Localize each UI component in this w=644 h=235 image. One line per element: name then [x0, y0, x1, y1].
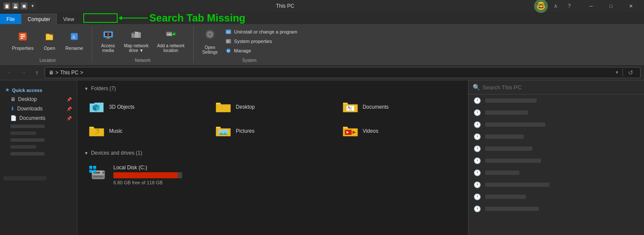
folders-chevron[interactable]: ▼	[84, 86, 88, 91]
tab-file[interactable]: File	[0, 14, 21, 24]
address-folder-icon: 🖥	[49, 70, 54, 76]
close-btn[interactable]: ✕	[621, 0, 641, 12]
history-item-5[interactable]: 🕐	[468, 143, 644, 155]
uninstall-btn[interactable]: PC Uninstall or change a program	[223, 27, 300, 36]
svg-rect-31	[349, 110, 352, 110]
access-media-btn[interactable]: Accessmedia	[97, 27, 119, 55]
history-item-3[interactable]: 🕐	[468, 119, 644, 131]
history-text-4	[485, 134, 524, 139]
location-buttons: Properties Open A Rename	[9, 26, 87, 56]
drive-bar-bg	[113, 172, 182, 178]
folder-music[interactable]: Music	[84, 121, 207, 141]
sidebar-quick-access: ★ Quick access	[0, 84, 77, 95]
folder-desktop[interactable]: Desktop	[211, 97, 334, 117]
music-folder-name: Music	[109, 128, 122, 134]
address-dropdown-btn[interactable]: ▼	[615, 70, 619, 75]
tab-computer[interactable]: Computer	[21, 14, 57, 24]
uninstall-icon: PC	[225, 29, 231, 35]
history-item-6[interactable]: 🕐	[468, 155, 644, 167]
search-tab-missing-box[interactable]	[83, 13, 118, 23]
minimize-btn[interactable]: ─	[581, 0, 601, 12]
history-item-4[interactable]: 🕐	[468, 131, 644, 143]
svg-rect-45	[93, 176, 103, 177]
sidebar-item-desktop[interactable]: 🖥 Desktop 📌	[0, 95, 77, 104]
history-item-8[interactable]: 🕐	[468, 179, 644, 191]
access-media-icon	[103, 29, 114, 42]
map-network-btn[interactable]: Map networkdrive ▼	[121, 27, 152, 55]
open-btn[interactable]: Open	[39, 30, 60, 52]
add-network-icon: HDD+	[165, 29, 176, 42]
chevron-up-btn[interactable]: ∧	[550, 0, 562, 12]
history-item-7[interactable]: 🕐	[468, 167, 644, 179]
folder-3d-objects[interactable]: 3D Objects	[84, 97, 207, 117]
forward-btn[interactable]: →	[17, 67, 29, 79]
sidebar-blurred-bottom[interactable]	[0, 174, 77, 182]
system-props-label: System properties	[234, 39, 272, 44]
sidebar-blurred-4[interactable]	[0, 143, 77, 150]
svg-text:☰: ☰	[227, 40, 229, 43]
folder-pictures[interactable]: Pictures	[211, 121, 334, 141]
address-bar[interactable]: 🖥 > This PC > ▼ ↺	[45, 67, 641, 78]
history-text-3	[485, 122, 545, 127]
blurred-bottom	[3, 176, 46, 180]
up-btn[interactable]: ↑	[31, 67, 43, 79]
pin-icon-downloads: 📌	[67, 107, 72, 111]
sidebar-blurred-3[interactable]	[0, 137, 77, 143]
history-text-2	[485, 110, 528, 115]
sidebar-blurred-5[interactable]	[0, 150, 77, 157]
search-history: 🕐 🕐 🕐 🕐 🕐 🕐	[468, 95, 644, 235]
folders-grid: 3D Objects Desktop A	[84, 97, 461, 141]
history-item-1[interactable]: 🕐	[468, 95, 644, 107]
rename-label: Rename	[65, 46, 83, 51]
svg-point-9	[107, 33, 109, 36]
maximize-btn[interactable]: □	[601, 0, 621, 12]
manage-btn[interactable]: M Manage	[223, 46, 300, 55]
history-clock-icon-1: 🕐	[474, 97, 481, 104]
folder-documents[interactable]: A Documents	[338, 97, 461, 117]
sidebar-blurred-1[interactable]	[0, 123, 77, 130]
rename-btn[interactable]: A Rename	[62, 30, 87, 52]
system-props-icon: ☰	[225, 38, 231, 44]
history-clock-icon-7: 🕐	[474, 169, 481, 176]
history-item-10[interactable]: 🕐	[468, 203, 644, 215]
devices-chevron[interactable]: ▼	[84, 151, 88, 156]
back-btn[interactable]: ←	[3, 67, 15, 79]
system-props-btn[interactable]: ☰ System properties	[223, 37, 300, 46]
map-network-icon	[131, 29, 142, 42]
svg-point-33	[220, 131, 222, 132]
add-network-btn[interactable]: HDD+ Add a networklocation	[154, 27, 188, 55]
sidebar-item-downloads[interactable]: ⬇ Downloads 📌	[0, 104, 77, 113]
sidebar-blurred-2[interactable]	[0, 130, 77, 137]
open-settings-btn[interactable]: OpenSettings	[199, 26, 221, 56]
device-local-disk[interactable]: Local Disk (C:) 6.80 GB free of 118 GB	[84, 161, 461, 189]
desktop-label: Desktop	[18, 96, 37, 102]
sidebar-item-documents[interactable]: 📄 Documents 📌	[0, 113, 77, 123]
blurred-text-5	[10, 152, 45, 156]
folders-section-header: ▼ Folders (7)	[84, 85, 461, 92]
star-icon: ★	[5, 87, 9, 93]
quick-access-toolbar[interactable]: ▼	[29, 3, 36, 9]
drive-space-text: 6.80 GB free of 118 GB	[113, 180, 182, 185]
refresh-btn[interactable]: ↺	[625, 67, 637, 79]
help-btn[interactable]: ?	[563, 0, 575, 12]
history-text-9	[485, 195, 526, 199]
drive-info: Local Disk (C:) 6.80 GB free of 118 GB	[113, 165, 182, 185]
annotation-arrow: Search Tab Missing	[122, 12, 246, 24]
address-divider	[623, 69, 623, 76]
folder-videos[interactable]: Videos	[338, 121, 461, 141]
history-item-9[interactable]: 🕐	[468, 191, 644, 203]
address-separator: >	[80, 70, 83, 76]
svg-rect-11	[106, 38, 110, 39]
3d-objects-name: 3D Objects	[109, 104, 134, 110]
history-clock-icon-3: 🕐	[474, 121, 481, 128]
system-buttons: OpenSettings PC Uninstall or change a pr…	[199, 26, 300, 56]
svg-rect-37	[89, 166, 92, 169]
properties-btn[interactable]: Properties	[9, 30, 37, 52]
history-text-5	[485, 146, 532, 151]
search-input[interactable]	[483, 84, 640, 91]
music-icon	[88, 124, 105, 138]
desktop-folder-icon: 🖥	[10, 96, 15, 102]
app-icon-1: 📋	[3, 3, 10, 9]
tab-view[interactable]: View	[57, 14, 81, 24]
history-item-2[interactable]: 🕐	[468, 107, 644, 119]
